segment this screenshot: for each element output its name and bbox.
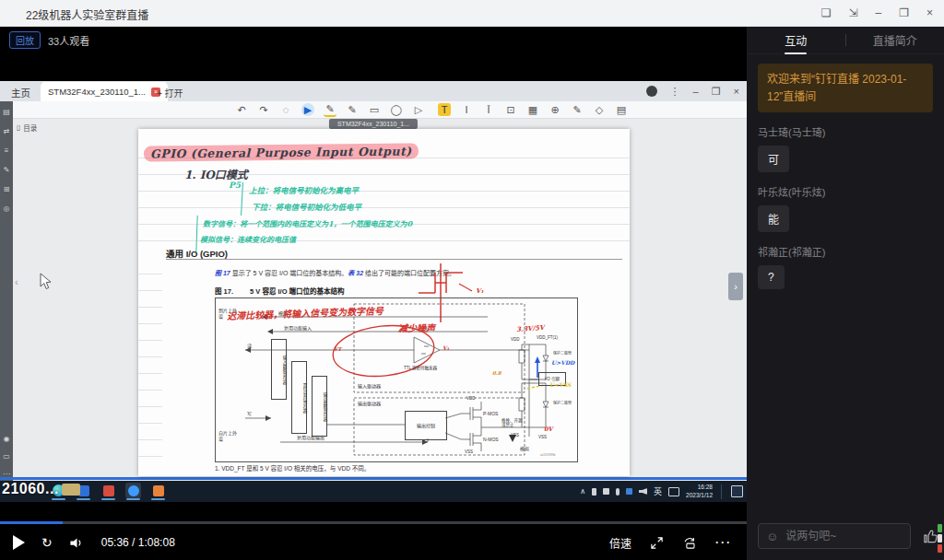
- rect-tool-icon: ▭: [368, 103, 381, 116]
- red-v1b-label: V₁: [442, 344, 449, 351]
- underline-text-icon: Ī: [482, 103, 495, 116]
- box-output-control: 输出控制: [405, 411, 447, 440]
- minimize-button[interactable]: –: [876, 7, 882, 18]
- figure-number: 图 17.: [215, 287, 233, 296]
- message-bubble: 能: [758, 205, 789, 232]
- figure-ref: 图 17: [215, 270, 230, 276]
- label-write: 写: [247, 411, 252, 416]
- red-v1-label: V₁: [476, 286, 484, 295]
- mouse-cursor: [40, 273, 52, 290]
- rotate-screen-icon[interactable]: [682, 536, 697, 550]
- chat-input-box[interactable]: ☺: [758, 523, 911, 549]
- app-orange-icon: [150, 483, 166, 498]
- clock-time: 16:28: [686, 484, 713, 491]
- globe-icon: ⊕: [549, 103, 561, 116]
- label-from-periph: 自片上外设: [218, 430, 239, 441]
- notification-icon: [731, 485, 743, 497]
- tray-onedrive-icon: [626, 488, 632, 495]
- hand-tool-icon: ◉: [4, 435, 10, 443]
- window-title: 22级机器人实验室群直播: [26, 6, 148, 22]
- fullscreen-icon[interactable]: ⇲: [848, 7, 857, 18]
- dingtalk-icon: [125, 483, 141, 498]
- emoji-icon[interactable]: ☺: [766, 531, 778, 542]
- fullscreen-icon[interactable]: [650, 536, 664, 550]
- red-vt-label: VT: [334, 346, 341, 352]
- app-red-icon: [100, 483, 116, 498]
- ruled-lines-margin: [138, 258, 162, 461]
- app-titlebar: 22级机器人实验室群直播 ❏ ⇲ – ❐ ×: [0, 0, 944, 27]
- doc-float-label: STM32F4xx_230110_1...: [329, 119, 418, 129]
- red-0v-label: 0V: [544, 426, 553, 433]
- tray-mic-icon: [616, 488, 620, 496]
- label-af-out: 复用功能输出: [297, 435, 324, 440]
- windows-taskbar: ∧ 英 16:28 2023/1/12: [0, 481, 747, 502]
- pdf-open-tab: + 打开: [157, 86, 183, 99]
- maximize-button[interactable]: ❐: [899, 7, 909, 18]
- sender-name: 叶乐炫(叶乐炫): [758, 184, 933, 199]
- label-protection-diode-bottom: 保护二极管: [553, 402, 572, 406]
- player-controls: ↻ 05:36 / 1:08:08 倍速 ···: [0, 525, 747, 560]
- label-vdd-pmos: VDD: [466, 396, 476, 401]
- note-icon: ⊞: [4, 186, 10, 193]
- message-bubble: 可: [758, 146, 789, 172]
- note-pullup: 上拉：将电信号初始化为高电平: [249, 184, 359, 195]
- textbox-icon: ⊡: [504, 103, 517, 116]
- image-tool-icon: ▦: [526, 103, 539, 116]
- chat-input[interactable]: [784, 529, 903, 543]
- label-analog-bottom: 模拟: [520, 446, 529, 451]
- figure-caption: 图 17. 5 V 容忍 I/O 端口位的基本结构: [215, 286, 345, 296]
- volume-icon[interactable]: [69, 536, 85, 550]
- taskbar-clock: 16:28 2023/1/12: [686, 484, 713, 499]
- blue-uvdd-label: U>VDD: [551, 359, 574, 366]
- handwritten-label-p5: P5: [229, 181, 241, 190]
- label-vdd-ft: VDD_FT(1): [537, 335, 558, 340]
- replay-icon[interactable]: ↻: [41, 536, 53, 549]
- tray-usb-icon: [603, 488, 609, 495]
- tag-icon: ◎: [4, 205, 10, 213]
- label-fig-id: ai15939b: [540, 453, 555, 458]
- pdf-sidebar-bottom: ◉ ▭ ⋯: [0, 435, 13, 478]
- progress-bar[interactable]: [0, 521, 747, 524]
- time-display: 05:36 / 1:08:08: [101, 536, 175, 549]
- sender-name: 马士琦(马士琦): [758, 124, 933, 139]
- pdf-page: GPIO (General Purpose Input Output) 1. I…: [138, 129, 630, 476]
- close-button[interactable]: ×: [926, 7, 933, 18]
- bookmark-icon: ▯: [17, 123, 20, 132]
- message-list: 马士琦(马士琦) 可 叶乐炫(叶乐炫) 能 祁瀚正(祁瀚正) ?: [747, 124, 944, 289]
- speed-button[interactable]: 倍速: [609, 535, 631, 551]
- section-rule: [166, 259, 622, 260]
- popout-icon[interactable]: ❏: [821, 7, 832, 18]
- lasso-icon: ◌: [279, 103, 292, 116]
- play-button[interactable]: [13, 535, 25, 550]
- yellow-uvss-label: U<VSS: [549, 381, 571, 388]
- pdf-scrollbar: [0, 477, 747, 480]
- video-player[interactable]: 回放 33人观看 主页 STM32F4xx_230110_1... × + 打开…: [0, 26, 747, 560]
- label-af-in: 复用功能输入: [284, 325, 312, 331]
- figure-17-diagram: 到片上外设 模拟 复用功能输入 读 输入数据寄存器 置位/复位寄存器 输出数据寄…: [215, 298, 578, 462]
- text-tool-icon: T: [438, 103, 451, 116]
- tray-chevron-icon: ∧: [580, 488, 585, 496]
- chat-message: 叶乐炫(叶乐炫) 能: [758, 184, 933, 232]
- box-set-reset-register: 置位/复位寄存器: [291, 361, 307, 434]
- more-options-icon[interactable]: ···: [715, 536, 732, 549]
- tab-live-intro[interactable]: 直播简介: [846, 32, 944, 48]
- user-id-watermark: 21060...: [2, 481, 80, 497]
- library-icon: ▤: [3, 109, 10, 116]
- chat-message: 马士琦(马士琦) 可: [758, 124, 933, 172]
- figure-title: 5 V 容忍 I/O 端口位的基本结构: [250, 287, 345, 296]
- watermark-box: [62, 484, 80, 496]
- label-nmos: N-MOS: [483, 437, 499, 442]
- label-input-driver: 输入驱动器: [358, 383, 381, 389]
- page-prev-icon: ‹: [15, 276, 18, 287]
- pen-icon: ✎: [324, 102, 336, 117]
- screenshare-frame: 主页 STM32F4xx_230110_1... × + 打开 ⋮ – ❐ × …: [0, 81, 747, 502]
- app-maximize-icon: ❐: [712, 86, 721, 98]
- viewer-count: 33人观看: [48, 33, 89, 48]
- note-digital: 数字信号：将一个范围内的电压定义为1，一个范围电压定义为0: [203, 218, 412, 228]
- italic-text-icon: I: [460, 103, 473, 116]
- tab-interaction[interactable]: 互动: [747, 32, 845, 48]
- diagram-wires: [216, 298, 577, 461]
- welcome-banner: 欢迎来到“钉钉直播 2023-01-12”直播间: [758, 64, 933, 112]
- touch-keyboard-icon: [668, 487, 679, 496]
- box-input-data-register: 输入数据寄存器: [271, 339, 287, 400]
